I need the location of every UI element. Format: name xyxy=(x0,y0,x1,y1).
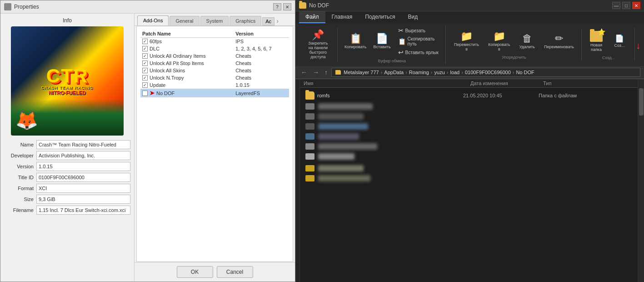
blur-bar-2 xyxy=(318,113,364,120)
delete-button[interactable]: 🗑 Удалить xyxy=(516,32,539,51)
patch-row[interactable]: Unlock N.TropyCheats xyxy=(140,74,289,81)
tab-overflow-icon[interactable]: › xyxy=(275,16,280,25)
nav-back[interactable]: ← xyxy=(299,68,309,77)
patch-row[interactable]: Unlock All Ordinary ItemsCheats xyxy=(140,52,289,60)
patch-row[interactable]: Unlock All SkinsCheats xyxy=(140,67,289,74)
nav-up[interactable]: ↑ xyxy=(323,68,329,77)
scrollbar[interactable] xyxy=(638,79,644,282)
col-type[interactable]: Тип xyxy=(543,81,598,86)
path-part-3[interactable]: Roaming xyxy=(409,70,429,75)
blur-icon-1 xyxy=(305,103,315,110)
delete-label: Удалить xyxy=(519,45,535,49)
field-version: Version 1.0.15 xyxy=(4,162,130,171)
rename-button[interactable]: ✏ Переименовать xyxy=(540,32,578,51)
ok-button[interactable]: OK xyxy=(177,266,213,278)
patch-name-cell: Unlock All Skins xyxy=(140,67,234,74)
tab-more[interactable]: Ac xyxy=(262,17,275,25)
patch-name-cell: Unlock All Ordinary Items xyxy=(140,52,234,60)
file-area: Имя Дата изменения Тип romfs 21.05.2020 … xyxy=(295,79,644,282)
file-date-romfs: 21.05.2020 10:45 xyxy=(463,93,536,98)
patch-checkbox[interactable] xyxy=(142,91,148,96)
path-part-5[interactable]: load xyxy=(450,70,459,75)
patch-row[interactable]: 60fpsIPS xyxy=(140,38,289,45)
size-label: Size xyxy=(4,196,34,202)
patch-version: Cheats xyxy=(234,74,289,81)
tabs-bar: Add-Ons General System Graphics Ac › xyxy=(135,14,295,26)
file-list: romfs 21.05.2020 10:45 Папка с файлам xyxy=(300,88,638,282)
field-filename: Filename 1.15 Incl. 7 Dlcs Eur Switch-xc… xyxy=(4,206,130,215)
blur-icon-2 xyxy=(305,113,315,120)
path-part-1[interactable]: Metalslayer 777 xyxy=(344,70,379,75)
patch-checkbox[interactable] xyxy=(142,46,148,51)
patch-checkbox[interactable] xyxy=(142,60,148,66)
patch-row[interactable]: ➤No DOFLayeredFS xyxy=(140,89,289,97)
col-version[interactable]: Version xyxy=(234,30,289,38)
ribbon-arrow-container: ↓ xyxy=(636,39,640,51)
patch-row[interactable]: Unlock All Pit Stop ItemsCheats xyxy=(140,60,289,67)
col-date[interactable]: Дата изменения xyxy=(470,81,543,86)
patch-checkbox[interactable] xyxy=(142,68,148,73)
col-name[interactable]: Имя xyxy=(304,81,470,86)
clipboard-small: ✂ Вырезать 📋 Скопировать путь ↩ Вставить… xyxy=(395,26,442,57)
address-bar: ← → ↑ Metalslayer 777 › AppData › Roamin… xyxy=(295,66,644,79)
cut-button[interactable]: ✂ Вырезать xyxy=(395,26,442,35)
move-to-button[interactable]: 📁 Переместить в xyxy=(450,30,483,53)
path-part-4[interactable]: yuzu xyxy=(434,70,445,75)
help-button[interactable]: ? xyxy=(273,3,281,10)
tab-general[interactable]: General xyxy=(170,16,199,25)
field-size: Size 9,3 GiB xyxy=(4,195,130,204)
patch-version: 1, 2, 3, 4, 5, 6, 7 xyxy=(234,45,289,52)
paste-icon: 📄 xyxy=(376,34,388,44)
ribbon-tabs: Файл Главная Поделиться Вид xyxy=(295,11,644,23)
new-button[interactable]: 📄 Соз... xyxy=(608,33,631,50)
ribbon-group-organize: 📁 Переместить в 📁 Копировать в 🗑 Удалить… xyxy=(447,29,582,60)
move-to-icon: 📁 xyxy=(460,31,473,41)
tab-addons[interactable]: Add-Ons xyxy=(137,15,169,25)
pin-button[interactable]: 📌 Закрепить на панели быстрого доступа xyxy=(303,28,334,61)
explorer-close[interactable]: ✕ xyxy=(632,2,640,9)
paste-button[interactable]: 📄 Вставить xyxy=(371,32,394,51)
paste-shortcut-label: Вставить ярлык xyxy=(405,50,439,55)
paste-shortcut-button[interactable]: ↩ Вставить ярлык xyxy=(395,48,442,57)
patch-row[interactable]: Update1.0.15 xyxy=(140,81,289,89)
ribbon-tab-view[interactable]: Вид xyxy=(401,11,424,23)
file-name-romfs: romfs xyxy=(317,93,460,98)
ribbon-tab-home[interactable]: Главная xyxy=(325,11,359,23)
explorer-folder-icon xyxy=(299,2,306,9)
path-sep-3: › xyxy=(431,70,433,75)
ribbon-tab-file[interactable]: Файл xyxy=(299,11,325,23)
col-patch-name[interactable]: Patch Name xyxy=(140,30,234,38)
patch-checkbox[interactable] xyxy=(142,82,148,88)
path-part-2[interactable]: AppData xyxy=(384,70,404,75)
ctr-subtitle2: NITRO·FUELED xyxy=(41,90,94,96)
address-path[interactable]: Metalslayer 777 › AppData › Roaming › yu… xyxy=(331,68,640,77)
paste-label: Вставить xyxy=(374,45,391,49)
new-folder-button[interactable]: ⭐ Новая папка xyxy=(586,29,606,54)
new-icon: 📄 xyxy=(615,35,624,42)
cancel-button[interactable]: Cancel xyxy=(217,266,253,278)
patch-checkbox[interactable] xyxy=(142,39,148,44)
tab-system[interactable]: System xyxy=(200,16,229,25)
file-row-romfs[interactable]: romfs 21.05.2020 10:45 Папка с файлам xyxy=(302,90,636,101)
copy-path-button[interactable]: 📋 Скопировать путь xyxy=(395,35,442,47)
tab-graphics[interactable]: Graphics xyxy=(230,16,261,25)
patch-checkbox[interactable] xyxy=(142,75,148,81)
copy-to-button[interactable]: 📁 Копировать в xyxy=(484,30,514,53)
path-part-6[interactable]: 0100F9F00C696000 xyxy=(465,70,511,75)
scroll-thumb[interactable] xyxy=(639,88,644,116)
explorer-maximize[interactable]: □ xyxy=(622,2,630,9)
blur-bar-4 xyxy=(318,133,359,140)
path-part-7[interactable]: No DOF xyxy=(516,70,534,75)
blur-icon-6 xyxy=(305,153,315,160)
nav-forward[interactable]: → xyxy=(311,68,321,77)
rename-label: Переименовать xyxy=(544,45,574,49)
explorer-minimize[interactable]: — xyxy=(612,2,620,9)
patch-checkbox[interactable] xyxy=(142,53,148,59)
close-button[interactable]: ✕ xyxy=(283,3,291,10)
ribbon-tab-share[interactable]: Поделиться xyxy=(359,11,401,23)
copy-button[interactable]: 📋 Копировать xyxy=(342,32,369,51)
arrow-indicator: ➤ xyxy=(150,90,155,96)
patch-row[interactable]: DLC1, 2, 3, 4, 5, 6, 7 xyxy=(140,45,289,52)
accent-icon-1 xyxy=(305,165,315,171)
titleid-label: Title ID xyxy=(4,175,34,180)
